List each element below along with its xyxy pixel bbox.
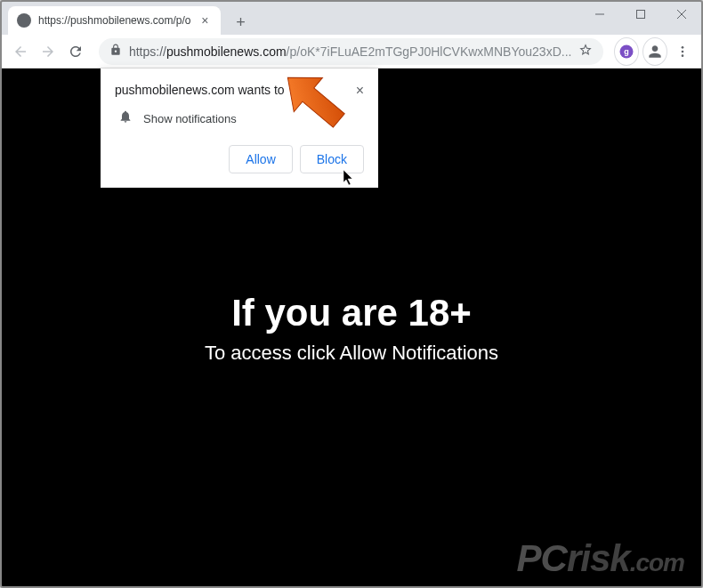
tab-title: https://pushmobilenews.com/p/o [38, 14, 190, 27]
svg-rect-1 [637, 11, 645, 19]
minimize-button[interactable] [579, 1, 620, 28]
toolbar: https://pushmobilenews.com/p/oK*7iFLuAE2… [1, 35, 702, 68]
new-tab-button[interactable]: + [228, 10, 253, 35]
bell-icon [118, 109, 133, 127]
back-button[interactable] [8, 37, 32, 66]
popup-title: pushmobilenews.com wants to [115, 83, 285, 97]
watermark: PCrisk.com [517, 537, 684, 580]
url-path: /p/oK*7iFLuAE2mTGgPJ0HlCVKwxMNBYou23xD..… [287, 44, 572, 59]
url-domain: pushmobilenews.com [166, 44, 287, 59]
svg-point-8 [682, 54, 684, 57]
bookmark-star-icon[interactable] [578, 43, 593, 60]
address-bar[interactable]: https://pushmobilenews.com/p/oK*7iFLuAE2… [99, 38, 604, 65]
reload-button[interactable] [64, 37, 88, 66]
sub-text: To access click Allow Notifications [205, 342, 498, 365]
close-window-button[interactable] [661, 1, 702, 28]
browser-tab[interactable]: https://pushmobilenews.com/p/o × [8, 6, 221, 35]
url-text: https://pushmobilenews.com/p/oK*7iFLuAE2… [129, 44, 572, 59]
window-controls [579, 1, 702, 28]
menu-button[interactable] [671, 37, 695, 66]
url-scheme: https:// [129, 44, 166, 59]
maximize-button[interactable] [620, 1, 661, 28]
popup-header: pushmobilenews.com wants to × [115, 83, 364, 99]
tab-favicon [17, 13, 31, 28]
popup-buttons: Allow Block [115, 145, 364, 173]
titlebar: https://pushmobilenews.com/p/o × + [1, 1, 702, 35]
allow-button[interactable]: Allow [229, 145, 292, 173]
svg-point-7 [682, 50, 684, 52]
block-button[interactable]: Block [300, 145, 364, 173]
svg-text:g: g [624, 47, 629, 56]
profile-button[interactable] [642, 37, 667, 66]
permission-popup: pushmobilenews.com wants to × Show notif… [101, 68, 378, 188]
popup-close-icon[interactable]: × [356, 83, 364, 99]
svg-point-6 [682, 46, 684, 49]
popup-permission-text: Show notifications [143, 112, 237, 125]
forward-button[interactable] [36, 37, 60, 66]
tab-close-icon[interactable]: × [198, 13, 212, 28]
browser-window: https://pushmobilenews.com/p/o × + [0, 0, 703, 588]
popup-permission-row: Show notifications [115, 109, 364, 127]
lock-icon [109, 44, 122, 60]
main-heading: If you are 18+ [231, 292, 472, 334]
extension-button[interactable]: g [614, 37, 639, 66]
